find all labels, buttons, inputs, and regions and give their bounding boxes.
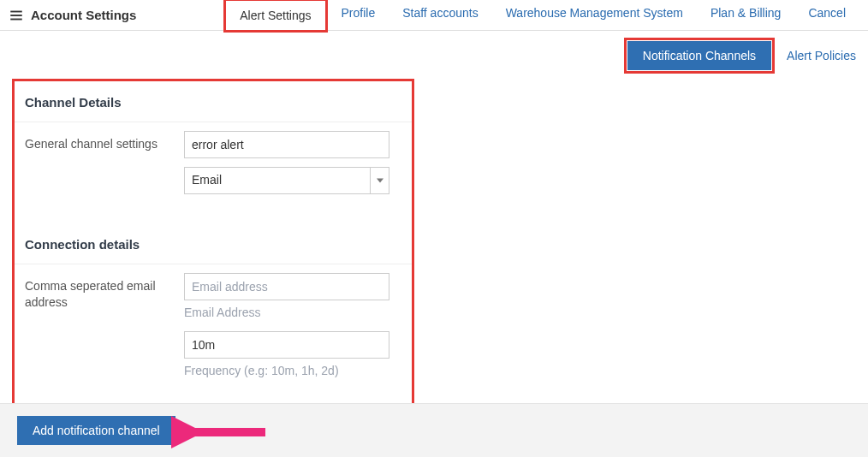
frequency-helper-text: Frequency (e.g: 10m, 1h, 2d) (184, 364, 401, 377)
connection-details-heading: Connection details (25, 232, 401, 260)
chevron-down-icon[interactable] (371, 167, 389, 194)
email-label: Comma seperated email address (25, 273, 170, 319)
footer-or-text: or (182, 424, 193, 437)
footer-bar: Add notification channel or (0, 403, 868, 457)
notification-channels-button[interactable]: Notification Channels (627, 41, 771, 70)
tab-cancel[interactable]: Cancel (794, 0, 859, 33)
main-panel: Channel Details General channel settings… (0, 79, 868, 430)
sub-header: Notification Channels Alert Policies (0, 31, 868, 74)
divider (15, 122, 412, 122)
tab-warehouse-management[interactable]: Warehouse Management System (492, 0, 697, 33)
general-settings-row: General channel settings Email (25, 131, 401, 194)
hamburger-icon[interactable] (9, 8, 24, 23)
channel-form: Channel Details General channel settings… (12, 79, 414, 418)
svg-marker-3 (377, 179, 383, 183)
page-header: Account Settings Alert Settings Profile … (0, 0, 868, 31)
alert-policies-link[interactable]: Alert Policies (787, 49, 856, 62)
tab-plan-billing[interactable]: Plan & Billing (697, 0, 795, 33)
page-title: Account Settings (31, 8, 136, 22)
frequency-label (25, 331, 170, 377)
email-row: Comma seperated email address Email Addr… (25, 273, 401, 319)
frequency-row: Frequency (e.g: 10m, 1h, 2d) (25, 331, 401, 377)
email-address-input[interactable] (184, 273, 389, 300)
channel-type-select[interactable]: Email (184, 167, 401, 194)
channel-type-value: Email (184, 167, 371, 194)
channel-details-heading: Channel Details (25, 90, 401, 118)
general-settings-label: General channel settings (25, 131, 170, 194)
frequency-input[interactable] (184, 331, 389, 359)
top-tabs: Alert Settings Profile Staff accounts Wa… (223, 0, 859, 33)
divider (15, 264, 412, 264)
email-helper-text: Email Address (184, 306, 401, 319)
tab-staff-accounts[interactable]: Staff accounts (389, 0, 491, 33)
tab-profile[interactable]: Profile (328, 0, 389, 33)
tab-alert-settings[interactable]: Alert Settings (223, 0, 327, 33)
add-notification-channel-button[interactable]: Add notification channel (17, 416, 175, 445)
channel-name-input[interactable] (184, 131, 389, 158)
